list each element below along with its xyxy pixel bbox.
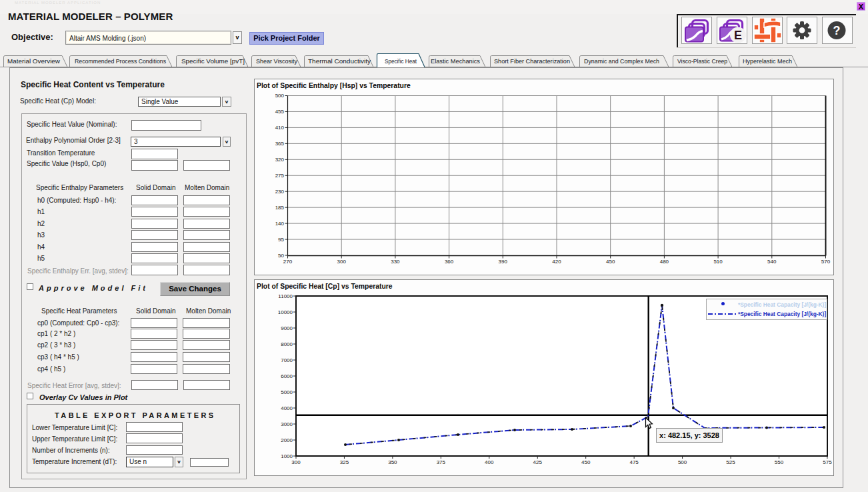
- svg-text:Recommended Process Conditions: Recommended Process Conditions: [75, 57, 166, 65]
- svg-text:6000: 6000: [281, 373, 293, 379]
- svg-text:300: 300: [337, 259, 347, 265]
- svg-text:425: 425: [533, 459, 543, 465]
- svg-text:4000: 4000: [281, 405, 293, 411]
- svg-text:230: 230: [275, 189, 285, 195]
- svg-text:Visco-Plastic Creep: Visco-Plastic Creep: [677, 57, 727, 65]
- svg-text:Specific Heat: Specific Heat: [385, 57, 417, 65]
- svg-text:270: 270: [283, 259, 293, 265]
- svg-text:475: 475: [629, 459, 639, 465]
- svg-text:8000: 8000: [281, 341, 293, 347]
- svg-text:Shear Viscosity: Shear Viscosity: [256, 57, 297, 65]
- svg-text:420: 420: [552, 259, 561, 265]
- svg-text:500: 500: [275, 93, 285, 99]
- svg-text:360: 360: [445, 259, 454, 265]
- svg-text:9000: 9000: [281, 325, 293, 331]
- svg-text:11000: 11000: [278, 293, 293, 299]
- svg-text:Elastic Mechanics: Elastic Mechanics: [431, 57, 480, 65]
- svg-text:?: ?: [833, 24, 841, 37]
- svg-text:550: 550: [775, 459, 784, 465]
- svg-text:3000: 3000: [281, 421, 293, 427]
- svg-text:50: 50: [278, 253, 284, 259]
- svg-text:140: 140: [275, 221, 285, 227]
- svg-text:330: 330: [391, 259, 400, 265]
- svg-text:10000: 10000: [278, 309, 293, 315]
- svg-text:525: 525: [726, 459, 735, 465]
- svg-text:2000: 2000: [281, 437, 293, 443]
- svg-text:1000: 1000: [281, 453, 293, 459]
- svg-text:E: E: [734, 29, 742, 42]
- svg-text:5000: 5000: [281, 389, 293, 395]
- svg-text:540: 540: [767, 259, 777, 265]
- svg-text:575: 575: [823, 459, 832, 465]
- svg-text:275: 275: [275, 173, 285, 179]
- svg-text:455: 455: [275, 109, 285, 115]
- svg-text:450: 450: [606, 259, 615, 265]
- svg-text:Hyperelastic Mech: Hyperelastic Mech: [743, 57, 792, 65]
- svg-text:7000: 7000: [281, 357, 293, 363]
- svg-text:480: 480: [660, 259, 669, 265]
- svg-text:500: 500: [678, 459, 687, 465]
- svg-text:410: 410: [275, 125, 285, 131]
- svg-text:325: 325: [340, 459, 349, 465]
- svg-text:Dynamic and Complex Mech: Dynamic and Complex Mech: [584, 57, 659, 65]
- svg-text:95: 95: [278, 237, 284, 243]
- svg-text:Thermal Conductivity: Thermal Conductivity: [308, 57, 371, 65]
- svg-text:400: 400: [485, 459, 494, 465]
- svg-text:365: 365: [275, 141, 285, 147]
- svg-text:Short Fiber Characterization: Short Fiber Characterization: [494, 57, 570, 65]
- svg-text:375: 375: [437, 459, 446, 465]
- svg-text:390: 390: [499, 259, 508, 265]
- svg-text:185: 185: [275, 205, 285, 211]
- svg-text:450: 450: [581, 459, 591, 465]
- svg-text:510: 510: [713, 259, 723, 265]
- svg-text:320: 320: [275, 157, 285, 163]
- svg-text:300: 300: [291, 459, 301, 465]
- svg-text:570: 570: [821, 259, 831, 265]
- svg-text:350: 350: [388, 459, 397, 465]
- svg-text:Material Overview: Material Overview: [7, 57, 60, 65]
- svg-text:Specific Volume [pvT]: Specific Volume [pvT]: [181, 57, 245, 65]
